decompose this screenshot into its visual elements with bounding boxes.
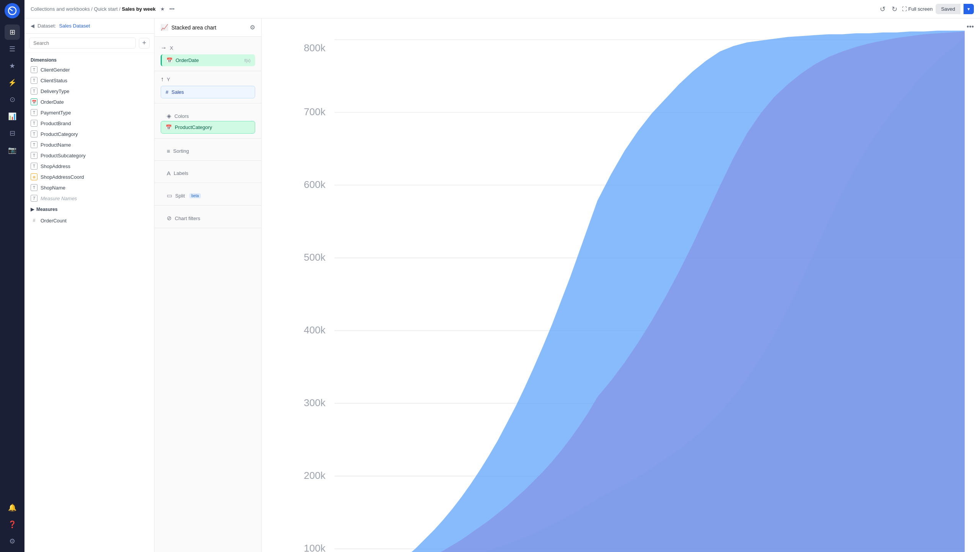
dim-type-icon: T (31, 184, 37, 191)
split-beta-badge: beta (189, 193, 200, 198)
sorting-header: ≡ Sorting (161, 143, 255, 156)
nav-help-icon[interactable]: ❓ (5, 517, 20, 532)
dim-item-client-gender[interactable]: T ClientGender (24, 64, 154, 75)
more-options-icon[interactable]: ••• (169, 6, 175, 12)
sorting-icon: ≡ (167, 148, 170, 154)
dim-item-shop-address-coord[interactable]: ⊕ ShopAddressCoord (24, 171, 154, 182)
star-icon[interactable]: ★ (160, 6, 165, 12)
chart-settings-icon[interactable]: ⚙ (250, 24, 255, 31)
measure-label: OrderCount (41, 218, 67, 224)
chart-container: 800k 700k 600k 500k 400k 300k 200k 100k … (262, 18, 980, 552)
expand-icon[interactable]: ▶ (31, 207, 34, 212)
dim-label: PaymentType (41, 110, 71, 116)
dim-item-order-date[interactable]: 📅 OrderDate (24, 96, 154, 107)
undo-button[interactable]: ↺ (878, 3, 887, 15)
dim-item-product-subcategory[interactable]: T ProductSubcategory (24, 150, 154, 161)
dim-item-shop-name[interactable]: T ShopName (24, 182, 154, 193)
x-field-link[interactable]: f(x) (244, 58, 251, 63)
search-input[interactable] (29, 38, 136, 49)
search-row: + (24, 34, 154, 53)
dim-type-icon: T (31, 120, 37, 127)
x-field-icon: 📅 (166, 57, 173, 63)
dim-type-icon: T (31, 77, 37, 84)
dim-label: ProductCategory (41, 131, 78, 137)
main-area: Collections and workbooks / Quick start … (24, 0, 980, 552)
nav-bell-icon[interactable]: 🔔 (5, 500, 20, 515)
chart-filters-header: ⊘ Chart filters (161, 210, 255, 223)
dim-item-product-name[interactable]: T ProductName (24, 139, 154, 150)
add-field-button[interactable]: + (139, 38, 150, 49)
breadcrumb-collections[interactable]: Collections and workbooks (31, 6, 90, 12)
split-header: ▭ Split beta (161, 188, 255, 201)
dimensions-list: Dimensions T ClientGender T ClientStatus… (24, 53, 154, 552)
redo-button[interactable]: ↻ (890, 3, 899, 15)
split-label: Split (175, 193, 185, 199)
y-axis-field[interactable]: # Sales (161, 86, 255, 98)
dim-item-measure-names[interactable]: T Measure Names (24, 193, 154, 204)
dim-item-shop-address[interactable]: T ShopAddress (24, 161, 154, 171)
dim-type-icon: T (31, 163, 37, 170)
colors-field-icon: 📅 (166, 124, 172, 130)
mid-panel: 📈 Stacked area chart ⚙ → X 📅 OrderDate f… (155, 18, 262, 552)
x-axis-header: → X (161, 44, 255, 51)
y-axis-section: ↑ Y # Sales (155, 71, 261, 103)
content-area: ◀ Dataset: Sales Dataset + Dimensions T … (24, 18, 980, 552)
nav-camera-icon[interactable]: 📷 (5, 142, 20, 158)
nav-list-icon[interactable]: ☰ (5, 41, 20, 57)
dim-label: ProductName (41, 142, 71, 148)
nav-grid-icon[interactable]: ⊞ (5, 24, 20, 40)
nav-chart-icon[interactable]: 📊 (5, 109, 20, 124)
fullscreen-label: Full screen (908, 6, 933, 12)
fullscreen-button[interactable]: ⛶ Full screen (902, 6, 933, 12)
y-axis-label: Y (167, 77, 170, 82)
dim-item-client-status[interactable]: T ClientStatus (24, 75, 154, 86)
nav-table-icon[interactable]: ⊟ (5, 126, 20, 141)
left-panel-header: ◀ Dataset: Sales Dataset (24, 18, 154, 34)
dim-item-product-brand[interactable]: T ProductBrand (24, 118, 154, 129)
svg-text:300k: 300k (304, 397, 326, 408)
dim-type-icon: T (31, 109, 37, 116)
chart-area: ••• 800k 700k 600k 500k 400k 300k 200k 1… (262, 18, 980, 552)
dim-item-product-category[interactable]: T ProductCategory (24, 129, 154, 139)
measures-header-label: Measures (36, 207, 57, 212)
dim-label: ProductSubcategory (41, 153, 86, 158)
breadcrumb-quickstart[interactable]: Quick start (94, 6, 118, 12)
x-field-name: OrderDate (176, 57, 199, 63)
svg-text:200k: 200k (304, 470, 326, 481)
svg-text:400k: 400k (304, 324, 326, 336)
mid-panel-content: → X 📅 OrderDate f(x) ↑ Y (155, 37, 261, 552)
save-dropdown-button[interactable]: ▾ (964, 4, 974, 14)
y-field-icon: # (166, 89, 168, 95)
y-field-name: Sales (171, 89, 184, 95)
icon-sidebar: ⊞ ☰ ★ ⚡ ⊙ 📊 ⊟ 📷 🔔 ❓ ⚙ (0, 0, 24, 552)
collapse-icon[interactable]: ◀ (31, 23, 34, 29)
colors-label: Colors (174, 113, 189, 119)
split-icon: ▭ (167, 192, 172, 199)
dim-label: Measure Names (41, 196, 77, 201)
measure-item-order-count[interactable]: # OrderCount (24, 215, 154, 226)
dim-label: OrderDate (41, 99, 64, 105)
dim-item-payment-type[interactable]: T PaymentType (24, 107, 154, 118)
nav-star-icon[interactable]: ★ (5, 58, 20, 73)
dim-type-icon: T (31, 152, 37, 159)
saved-button[interactable]: Saved (936, 4, 960, 14)
dim-item-delivery-type[interactable]: T DeliveryType (24, 86, 154, 96)
dataset-name[interactable]: Sales Dataset (59, 23, 90, 29)
chart-type-icon: 📈 (161, 24, 168, 31)
dim-label: ProductBrand (41, 121, 71, 126)
colors-field[interactable]: 📅 ProductCategory (161, 121, 255, 134)
nav-settings-icon[interactable]: ⚙ (5, 534, 20, 549)
svg-text:500k: 500k (304, 252, 326, 263)
breadcrumb-current: Sales by week (122, 6, 155, 12)
nav-alert-icon[interactable]: ⚡ (5, 75, 20, 90)
app-logo[interactable] (5, 3, 20, 18)
topbar: Collections and workbooks / Quick start … (24, 0, 980, 18)
svg-text:600k: 600k (304, 179, 326, 190)
measure-type-icon: # (31, 217, 37, 224)
dim-type-icon: 📅 (31, 98, 37, 105)
x-axis-field[interactable]: 📅 OrderDate f(x) (161, 54, 255, 66)
chart-filters-label: Chart filters (175, 216, 200, 221)
nav-link-icon[interactable]: ⊙ (5, 92, 20, 107)
labels-label: Labels (174, 170, 188, 176)
dim-type-icon: ⊕ (31, 173, 37, 180)
